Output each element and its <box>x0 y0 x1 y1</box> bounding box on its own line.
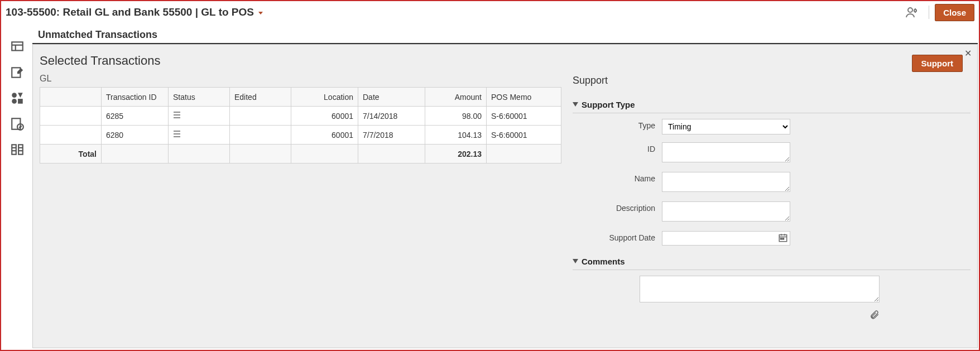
cell-txid: 6280 <box>102 126 169 145</box>
comments-label: Comments <box>582 257 625 266</box>
page-title: 103-55500: Retail GL and Bank 55500 | GL… <box>6 6 254 18</box>
cell-status-icon[interactable] <box>169 107 230 126</box>
col-location[interactable]: Location <box>291 88 358 107</box>
description-label: Description <box>573 201 662 213</box>
cell-date: 7/7/2018 <box>358 126 425 145</box>
svg-rect-22 <box>174 131 180 132</box>
cell-memo: S-6:60001 <box>487 126 561 145</box>
support-heading: Support <box>573 75 971 86</box>
cell-status-icon[interactable] <box>169 126 230 145</box>
name-label: Name <box>573 172 662 183</box>
svg-rect-21 <box>174 117 180 118</box>
comments-input[interactable] <box>640 276 880 302</box>
nav-worksheet-icon[interactable] <box>6 36 28 58</box>
description-input[interactable] <box>662 201 790 222</box>
panel-close-icon[interactable]: ✕ <box>964 48 972 59</box>
col-edited[interactable]: Edited <box>230 88 291 107</box>
col-status[interactable]: Status <box>169 88 230 107</box>
svg-point-7 <box>12 93 17 98</box>
comments-section-header[interactable]: Comments <box>573 253 971 270</box>
type-select[interactable]: Timing <box>662 119 790 134</box>
content-header: Unmatched Transactions <box>32 25 978 44</box>
user-settings-icon[interactable] <box>905 6 919 19</box>
cell-edited <box>230 126 291 145</box>
support-date-label: Support Date <box>573 231 662 242</box>
col-amount[interactable]: Amount <box>425 88 487 107</box>
svg-rect-14 <box>18 145 23 154</box>
table-row[interactable]: 6280 60001 7/7/2018 104.13 S-6:60001 <box>40 126 561 145</box>
nav-edit-icon[interactable] <box>6 61 28 84</box>
svg-rect-31 <box>782 238 784 239</box>
col-txid[interactable]: Transaction ID <box>102 88 169 107</box>
total-label: Total <box>40 145 102 164</box>
svg-rect-24 <box>174 136 180 137</box>
svg-marker-0 <box>258 12 263 15</box>
svg-rect-23 <box>174 133 180 134</box>
table-row[interactable]: 6285 60001 7/14/2018 98.00 S-6:60001 <box>40 107 561 126</box>
calendar-icon[interactable] <box>778 233 788 244</box>
collapse-triangle-icon <box>573 100 578 109</box>
cell-date: 7/14/2018 <box>358 107 425 126</box>
svg-rect-3 <box>12 42 23 50</box>
svg-point-1 <box>908 8 912 12</box>
gl-table: Transaction ID Status Edited Location Da… <box>40 87 561 164</box>
name-input[interactable] <box>662 172 790 192</box>
support-type-section-header[interactable]: Support Type <box>573 97 971 113</box>
top-bar: 103-55500: Retail GL and Bank 55500 | GL… <box>1 1 979 23</box>
svg-marker-8 <box>18 93 23 98</box>
gl-label: GL <box>40 74 561 84</box>
divider <box>929 6 929 19</box>
close-button[interactable]: Close <box>935 4 974 21</box>
support-type-label: Support Type <box>582 100 635 109</box>
left-nav <box>2 25 32 349</box>
svg-rect-20 <box>174 114 180 116</box>
support-button[interactable]: Support <box>912 55 963 72</box>
col-date[interactable]: Date <box>358 88 425 107</box>
collapse-triangle-icon <box>573 257 578 266</box>
cell-location: 60001 <box>291 126 358 145</box>
svg-rect-9 <box>18 99 23 104</box>
cell-amount: 98.00 <box>425 107 487 126</box>
page-title-dropdown-icon[interactable] <box>257 8 264 17</box>
nav-approve-icon[interactable] <box>6 113 28 135</box>
svg-marker-32 <box>573 259 578 263</box>
nav-shapes-icon[interactable] <box>6 87 28 109</box>
id-input[interactable] <box>662 142 790 162</box>
attachment-icon[interactable] <box>869 312 880 321</box>
table-total-row: Total 202.13 <box>40 145 561 164</box>
type-label: Type <box>573 119 662 130</box>
cell-memo: S-6:60001 <box>487 107 561 126</box>
content-area: Unmatched Transactions ✕ Support Selecte… <box>32 25 978 349</box>
total-amount: 202.13 <box>425 145 487 164</box>
selected-transactions-panel: ✕ Support Selected Transactions GL Trans… <box>32 44 978 348</box>
content-heading: Unmatched Transactions <box>38 29 157 40</box>
svg-rect-30 <box>781 238 782 239</box>
id-label: ID <box>573 142 662 153</box>
svg-rect-13 <box>12 145 16 154</box>
cell-txid: 6285 <box>102 107 169 126</box>
cell-amount: 104.13 <box>425 126 487 145</box>
col-blank[interactable] <box>40 88 102 107</box>
support-date-input[interactable] <box>662 231 790 246</box>
svg-marker-25 <box>573 102 578 107</box>
cell-edited <box>230 107 291 126</box>
panel-title: Selected Transactions <box>40 54 971 68</box>
svg-rect-19 <box>174 112 180 113</box>
cell-location: 60001 <box>291 107 358 126</box>
nav-columns-icon[interactable] <box>6 138 28 161</box>
svg-point-10 <box>12 99 17 104</box>
col-memo[interactable]: POS Memo <box>487 88 561 107</box>
